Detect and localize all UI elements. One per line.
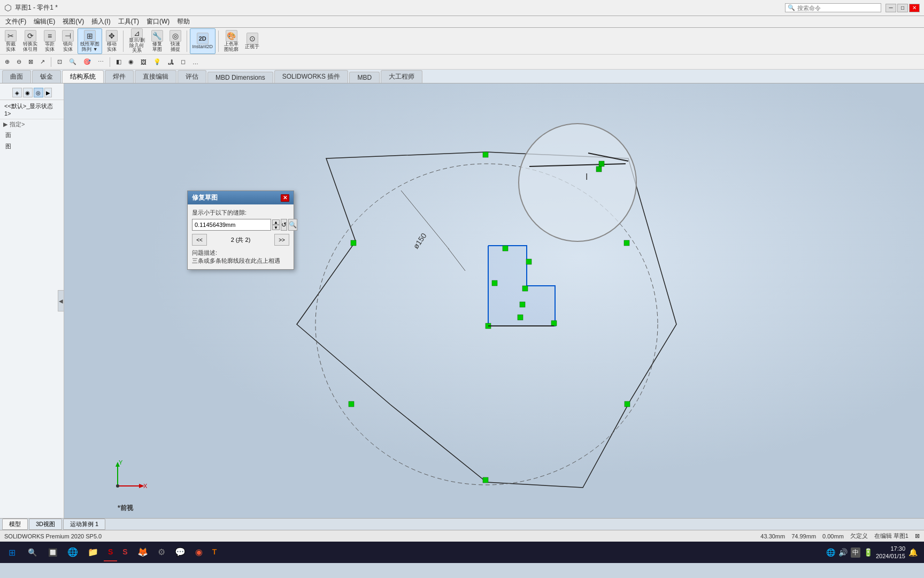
gap-spin-down[interactable]: ▼ [272,225,280,230]
tab-sw-plugins[interactable]: SOLIDWORKS 插件 [274,70,349,83]
taskbar-sw2[interactable]: S [118,543,132,561]
tab-mbd-dimensions[interactable]: MBD Dimensions [207,72,273,83]
sketch-canvas[interactable]: I ø150 [64,83,924,518]
dialog-close-button[interactable]: ✕ [281,194,289,202]
toolbar-separator-2 [187,31,187,52]
start-button[interactable]: ⊞ [2,543,21,562]
move-entity-button[interactable]: ✥ 移动实体 [103,28,120,54]
taskbar-sw1[interactable]: S [104,543,117,561]
close-button[interactable]: ✕ [909,4,920,12]
z-coord: 0.00mm [822,533,844,539]
more-view-btn[interactable]: … [190,58,201,66]
menu-file[interactable]: 文件(F) [2,16,29,27]
tab-weldment[interactable]: 焊件 [105,70,134,83]
trim-entity-button[interactable]: ✂ 剪裁实体 [2,28,19,54]
show-delete-relations-button[interactable]: ⊿ 显示/删除几何关系 [126,28,148,54]
tab-evaluate[interactable]: 评估 [178,70,206,83]
model-tab[interactable]: 模型 [2,519,28,530]
section-view-btn[interactable]: ⊡ [55,57,65,66]
repair-sketch-button[interactable]: 🔧 修复草图 [149,28,166,54]
sidebar-collapse-button[interactable]: ◀ [58,290,64,311]
maximize-button[interactable]: □ [897,4,908,12]
lighting-btn[interactable]: 💡 [151,57,164,66]
normal-to-button[interactable]: ⊙ 正视于 [242,28,262,54]
menu-insert[interactable]: 插入(I) [88,16,113,27]
sidebar-item-view[interactable]: 图 [0,141,64,152]
toolbar-separator-3 [218,31,219,52]
svg-rect-26 [551,321,557,326]
gap-value-input[interactable] [192,219,271,231]
taskbar-volume-icon[interactable]: 🔊 [838,548,848,557]
view-btn-1[interactable]: ⊕ [2,57,12,66]
property-manager-icon[interactable]: ◉ [23,88,33,97]
dialog-header: 修复草图 ✕ [188,191,294,204]
display-style-btn[interactable]: ◧ [113,57,124,66]
search-button-taskbar[interactable]: 🔍 [22,543,42,562]
resize-icon[interactable]: ⊠ [915,533,920,539]
motion-tab[interactable]: 运动算例 1 [63,519,105,530]
taskbar-firefox[interactable]: 🦊 [133,543,152,561]
sketch-color-button[interactable]: 🎨 上色草图轮廓 [221,28,241,54]
menu-help[interactable]: 帮助 [174,16,193,27]
svg-text:Y: Y [119,459,123,466]
hide-show-btn[interactable]: ◉ [126,57,136,66]
taskbar-settings[interactable]: ⚙ [153,543,170,561]
refresh-button[interactable]: ↺ [281,219,287,231]
search-button[interactable]: 🔍 [288,219,297,231]
window-controls: ─ □ ✕ [886,4,920,12]
magnify-btn[interactable]: 🔍 [66,57,79,66]
issue-label: 问题描述: [192,249,217,256]
tab-structure[interactable]: 结构系统 [62,70,104,83]
taskbar-edge[interactable]: 🌐 [63,543,82,561]
tab-mbd[interactable]: MBD [349,72,380,83]
feature-tree-icon[interactable]: ◈ [12,88,22,97]
view-btn-3[interactable]: ⊠ [26,57,36,66]
taskbar-wechat[interactable]: 💬 [171,543,190,561]
view3d-btn[interactable]: ◻ [178,57,188,66]
menubar: 文件(F) 编辑(E) 视图(V) 插入(I) 工具(T) 窗口(W) 帮助 [0,16,924,28]
command-search-input[interactable] [795,5,875,11]
config-manager-icon[interactable]: ◎ [34,88,43,97]
taskbar-keyboard-icon[interactable]: 中 [851,547,860,558]
gap-spin-up[interactable]: ▲ [272,219,280,225]
sidebar-arrow-1[interactable]: ▶ 指定> [0,119,64,130]
next-next-button[interactable]: >> [274,234,289,246]
task-view-button[interactable]: 🔲 [43,543,62,562]
taskbar-app2[interactable]: T [208,543,221,561]
taskbar-notification-icon[interactable]: 🔔 [908,548,918,557]
menu-edit[interactable]: 编辑(E) [30,16,58,27]
convert-entity-button[interactable]: ⟳ 转换实体引用 [20,28,40,54]
tab-engineer[interactable]: 大工程师 [381,70,422,83]
menu-window[interactable]: 窗口(W) [143,16,173,27]
gap-label: 显示小于以下的缝隙: [192,209,289,217]
dialog-body: 显示小于以下的缝隙: ▲ ▼ ↺ 🔍 << 2 (共 2) >> 问题描述 [188,204,294,269]
menu-view[interactable]: 视图(V) [59,16,87,27]
sidebar-item-face[interactable]: 面 [0,130,64,141]
mirror-entity-button[interactable]: ⊣ 镜向实体 [59,28,76,54]
tab-sheetmetal[interactable]: 钣金 [32,70,61,83]
prev-prev-button[interactable]: << [192,234,207,246]
toolbar-separator-1 [123,31,124,52]
3dview-tab[interactable]: 3D视图 [29,519,62,530]
view-btn-4[interactable]: ↗ [37,57,48,66]
feature-tab-bar: 曲面 钣金 结构系统 焊件 直接编辑 评估 MBD Dimensions SOL… [0,70,924,83]
taskbar-app1[interactable]: ◉ [191,543,207,561]
expand-sidebar-btn[interactable]: ▶ [44,88,52,97]
taskbar-explorer[interactable]: 📁 [83,543,103,561]
menu-tools[interactable]: 工具(T) [115,16,142,27]
view-more-btn[interactable]: ⋯ [95,57,106,66]
repair-sketch-dialog: 修复草图 ✕ 显示小于以下的缝隙: ▲ ▼ ↺ 🔍 << 2 (共 2) [187,191,294,270]
svg-rect-17 [625,401,630,407]
linear-pattern-button[interactable]: ⊞ 线性草图阵列 ▼ [78,28,102,54]
minimize-button[interactable]: ─ [886,4,896,12]
tab-directedit[interactable]: 直接编辑 [135,70,176,83]
render-tools-btn[interactable]: 🖼 [138,58,149,66]
quick-snaps-button[interactable]: ◎ 快速捕捉 [167,28,184,54]
view-orient-btn[interactable]: 🎯 [81,57,94,66]
issue-text: 三条或多条轮廓线段在此点上相遇 [192,257,289,265]
tab-surface[interactable]: 曲面 [2,70,31,83]
offset-entity-button[interactable]: ≡ 等距实体 [41,28,58,54]
scene-btn[interactable]: 🏞 [165,58,176,66]
instant2d-button[interactable]: 2D Instant2D [190,28,216,54]
view-btn-2[interactable]: ⊖ [14,57,24,66]
